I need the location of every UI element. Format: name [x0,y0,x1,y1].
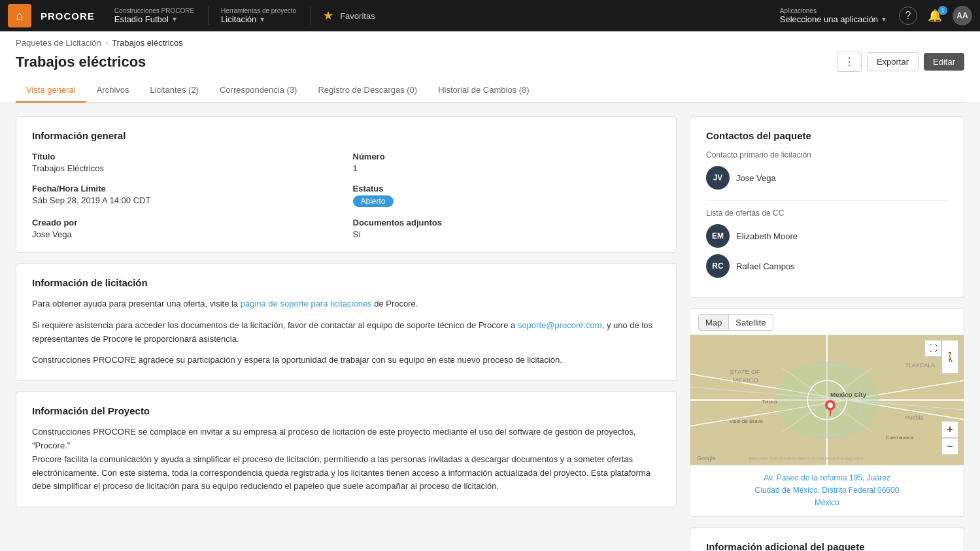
map-tabs-row: Map Satellite [690,309,964,335]
bidding-paragraph-1: Para obtener ayuda para presentar una of… [32,297,660,311]
svg-point-21 [828,403,833,408]
bidding-paragraph-2: Si requiere asistencia para acceder los … [32,319,660,346]
estatus-label: Estatus [353,184,661,193]
svg-text:TLAXCALA: TLAXCALA [905,362,935,369]
nav-divider2 [311,7,311,25]
export-button[interactable]: Exportar [867,52,919,71]
bidding-support-link[interactable]: página de soporte para licitaciones [241,299,372,309]
map-street-view-button[interactable]: 🚶 [941,340,958,374]
map-zoom-out-button[interactable]: − [941,438,958,455]
contact-name-em: Elizabeth Moore [736,231,798,241]
apps-dropdown[interactable]: Aplicaciones Seleccione una aplicación ▼ [773,5,894,27]
status-badge: Abierto [353,195,661,207]
contact-name-rc: Rafael Campos [736,261,795,271]
tab-archivos[interactable]: Archivos [86,78,140,103]
svg-text:Google: Google [697,455,716,461]
user-avatar[interactable]: AA [953,6,972,25]
tools-dropdown[interactable]: Herramientas de proyecto Licitación ▼ [214,5,303,27]
page-title: Trabajos eléctricos [16,54,146,71]
contacts-divider [706,200,948,201]
map-tab-satellite[interactable]: Satellite [729,314,773,331]
creado-value: Jose Vega [32,229,340,239]
chevron-down-icon: ▼ [171,16,178,23]
notifications-button[interactable]: 🔔 1 [922,6,947,25]
titulo-value: Trabajos Eléctricos [32,163,340,173]
svg-text:Cuernavaca: Cuernavaca [886,435,914,441]
map-address-line1[interactable]: Av. Paseo de la reforma 195, Juárez [697,472,957,484]
apps-label: Aplicaciones [780,7,887,14]
top-navigation: ⌂ PROCORE Construcciones PROCORE Estadio… [0,0,980,31]
page-header-area: Paquetes de Licitación › Trabajos eléctr… [0,31,980,103]
chevron-down-icon: ▼ [881,16,887,23]
map-zoom-in-button[interactable]: + [941,421,958,438]
additional-info-card: Información adicional del paquete Método… [690,527,964,551]
map-address: Av. Paseo de la reforma 195, Juárez Ciud… [690,465,964,516]
contact-avatar-rc: RC [706,254,730,278]
main-content: Información general Título Trabajos Eléc… [0,103,980,551]
tools-value: Licitación ▼ [221,14,296,24]
contacts-title: Contactos del paquete [706,130,948,141]
primary-contact-avatar: JV [706,166,730,190]
svg-text:MEXICO: MEXICO [733,376,758,384]
map-address-line3[interactable]: México [697,497,957,509]
map-svg: STATE OF MEXICO TLAXCALA Puebla Mexico C… [690,335,964,465]
bidding-p2-start: Si requiere asistencia para acceder los … [32,320,518,330]
help-icon: ? [905,10,911,22]
brand-name: PROCORE [41,10,95,22]
help-button[interactable]: ? [899,7,917,25]
svg-text:Puebla: Puebla [905,414,923,421]
svg-text:STATE OF: STATE OF [730,368,760,375]
chevron-down-icon: ▼ [259,16,265,23]
numero-field: Número 1 [353,152,661,173]
favorites-star-icon[interactable]: ★ [323,8,333,23]
tab-registro[interactable]: Registro de Descargas (0) [307,78,428,103]
documentos-value: Sí [353,229,661,239]
more-options-button[interactable]: ⋮ [837,52,862,72]
cc-list-label: Lista de ofertas de CC [706,209,948,218]
map-tab-map[interactable]: Map [698,314,729,331]
breadcrumb-parent[interactable]: Paquetes de Licitación [16,38,101,48]
project-dropdown[interactable]: Construcciones PROCORE Estadio Futbol ▼ [108,5,201,27]
tab-historial[interactable]: Historial de Cambios (8) [428,78,539,103]
project-info-title: Información del Proyecto [32,405,660,416]
contact-item-em: EM Elizabeth Moore [706,224,948,248]
bidding-info-title: Información de licitación [32,277,660,288]
bidding-paragraph-3: Construcciones PROCORE agradece su parti… [32,354,660,367]
svg-text:Toluca: Toluca [762,399,777,405]
bidding-p1-start: Para obtener ayuda para presentar una of… [32,299,241,309]
general-info-title: Información general [32,130,660,141]
tab-licitantes[interactable]: Licitantes (2) [140,78,209,103]
favorites-label: Favoritas [340,11,375,21]
documentos-field: Documentos adjuntos Sí [353,218,661,239]
creado-field: Creado por Jose Vega [32,218,340,239]
tab-correspondencia[interactable]: Correspondencia (3) [209,78,308,103]
info-grid: Título Trabajos Eléctricos Número 1 Fech… [32,152,660,239]
tabs-row: Vista general Archivos Licitantes (2) Co… [16,78,964,103]
numero-label: Número [353,152,661,161]
project-info-text: Construcciones PROCORE se complace en in… [32,426,660,493]
map-fullscreen-button[interactable]: ⛶ [924,340,941,357]
numero-value: 1 [353,163,661,173]
project-label: Construcciones PROCORE [114,7,194,14]
svg-text:Valle de Bravo: Valle de Bravo [730,418,764,424]
edit-button[interactable]: Editar [924,53,964,71]
fecha-label: Fecha/Hora Límite [32,184,340,193]
contact-avatar-em: EM [706,224,730,248]
contacts-card: Contactos del paquete Contacto primario … [690,116,964,298]
notification-badge: 1 [938,6,947,15]
map-address-line2[interactable]: Ciudad de México, Distrito Federal 06600 [697,484,957,497]
left-column: Información general Título Trabajos Eléc… [16,116,677,551]
logo-button[interactable]: ⌂ [8,4,31,27]
tab-vista-general[interactable]: Vista general [16,78,86,103]
map-container: STATE OF MEXICO TLAXCALA Puebla Mexico C… [690,335,964,465]
breadcrumb-separator: › [105,38,108,48]
general-info-card: Información general Título Trabajos Eléc… [16,116,677,253]
additional-info-title: Información adicional del paquete [706,541,948,551]
map-card: Map Satellite [690,309,964,517]
fecha-field: Fecha/Hora Límite Sáb Sep 28, 2019 A 14:… [32,184,340,207]
documentos-label: Documentos adjuntos [353,218,661,227]
nav-divider [209,7,209,25]
contact-item-rc: RC Rafael Campos [706,254,948,278]
page-actions: ⋮ Exportar Editar [837,52,964,72]
bidding-email-link[interactable]: soporte@procore.com [518,320,602,330]
